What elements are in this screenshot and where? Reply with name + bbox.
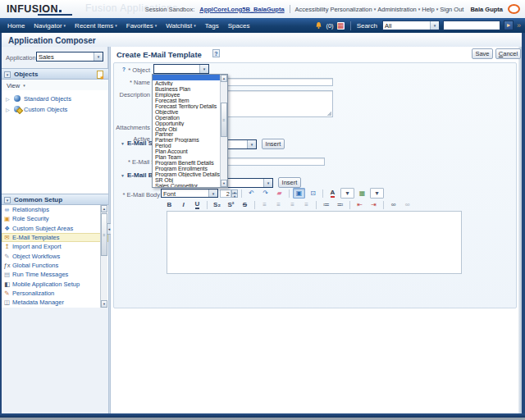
object-select[interactable]: ▾: [153, 64, 209, 74]
align-center-icon[interactable]: ≡: [272, 199, 285, 210]
dropdown-option[interactable]: Partner Programs: [153, 137, 220, 143]
objects-panel-header[interactable]: ▾ Objects: [2, 68, 108, 80]
header-link-sign-out[interactable]: Sign Out: [440, 6, 463, 13]
italic-icon[interactable]: I: [177, 199, 189, 210]
notification-count[interactable]: (0): [326, 22, 333, 30]
view-menu-button[interactable]: View ▾: [7, 82, 25, 89]
bullet-list-icon[interactable]: ≔: [320, 199, 332, 210]
tree-expand-icon[interactable]: ▷: [6, 96, 10, 102]
tree-item-label[interactable]: Standard Objects: [24, 95, 71, 103]
scrollbar-thumb[interactable]: [101, 213, 107, 256]
strikethrough-icon[interactable]: S: [239, 199, 251, 210]
highlight-color-dropdown[interactable]: ▾: [370, 188, 384, 199]
sidebar-item-personalization[interactable]: ✎Personalization: [2, 289, 108, 298]
nav-item-navigator[interactable]: Navigator▾: [34, 22, 66, 30]
sidebar-scrollbar[interactable]: ▲ ▼: [100, 205, 107, 308]
dropdown-option[interactable]: Operation: [153, 115, 220, 121]
numbered-list-icon[interactable]: ≕: [334, 199, 346, 210]
subscript-icon[interactable]: S₂: [211, 199, 223, 210]
chevron-down-icon[interactable]: ▾: [199, 65, 208, 73]
header-link-help[interactable]: Help▾: [422, 6, 438, 13]
dropdown-option[interactable]: Opportunity: [153, 121, 220, 126]
dropdown-option[interactable]: Plan Team: [153, 154, 220, 160]
superscript-icon[interactable]: S²: [225, 199, 237, 210]
justify-icon[interactable]: ≡: [300, 199, 313, 210]
email-body-editor[interactable]: [167, 211, 462, 274]
scroll-up-icon[interactable]: ▲: [101, 205, 107, 212]
eraser-icon[interactable]: ▰: [273, 188, 285, 199]
align-right-icon[interactable]: ≡: [286, 199, 299, 210]
search-go-button[interactable]: ▸: [504, 21, 514, 30]
header-link-administration[interactable]: Administration▾: [377, 6, 420, 13]
section-expand-icon[interactable]: ▼: [121, 141, 125, 146]
sidebar-item-custom-subject-areas[interactable]: ❖Custom Subject Areas: [2, 224, 108, 233]
font-size-stepper[interactable]: 2 ▲▼: [220, 189, 238, 198]
subject-insert-button[interactable]: Insert: [262, 139, 285, 149]
chevron-down-icon[interactable]: ▾: [430, 21, 439, 30]
tree-item-label[interactable]: Custom Objects: [24, 106, 67, 113]
search-scope-select[interactable]: All ▾: [382, 21, 440, 30]
dropdown-option[interactable]: Partner: [153, 131, 220, 137]
scroll-down-icon[interactable]: ▼: [221, 180, 227, 187]
sidebar-item-import-and-export[interactable]: ↥Import and Export: [2, 242, 108, 251]
dropdown-option[interactable]: Program Benefit Details: [153, 160, 220, 166]
bold-icon[interactable]: B: [163, 199, 176, 210]
nav-item-favorites[interactable]: Favorites▾: [126, 22, 157, 30]
common-setup-panel-header[interactable]: ▾ Common Setup: [2, 194, 108, 205]
chevron-down-icon[interactable]: ▾: [94, 52, 103, 61]
unlink-icon[interactable]: ∞: [401, 199, 413, 210]
sidebar-item-global-functions[interactable]: ƒxGlobal Functions: [2, 261, 108, 270]
new-object-icon[interactable]: [97, 71, 103, 79]
dropdown-option[interactable]: Employee: [153, 92, 220, 98]
advanced-search-icon[interactable]: »: [517, 21, 521, 30]
tree-item-standard-objects[interactable]: ▷ Standard Objects: [2, 94, 108, 104]
dropdown-option-blank-selected[interactable]: [153, 75, 220, 80]
resize-grip-icon[interactable]: [326, 111, 331, 116]
nav-item-tags[interactable]: Tags: [205, 22, 219, 30]
scroll-up-icon[interactable]: ▲: [221, 75, 227, 82]
nav-item-home[interactable]: Home: [7, 22, 25, 30]
help-icon[interactable]: ?: [212, 49, 220, 57]
chevron-down-icon[interactable]: ▾: [263, 179, 272, 187]
collapse-icon[interactable]: ▾: [4, 71, 11, 78]
nav-item-watchlist[interactable]: Watchlist▾: [166, 22, 196, 30]
dropdown-option[interactable]: Business Plan: [153, 86, 220, 92]
dropdown-option[interactable]: Sales Competitor: [153, 183, 220, 187]
nav-item-spaces[interactable]: Spaces: [228, 22, 250, 30]
tree-item-custom-objects[interactable]: ▷ Custom Objects: [2, 104, 108, 115]
dropdown-option[interactable]: Program Enrollments: [153, 166, 220, 171]
application-select[interactable]: Sales ▾: [36, 52, 103, 62]
search-input[interactable]: [443, 21, 500, 30]
cancel-button[interactable]: Cancel: [495, 48, 521, 59]
chevron-down-icon[interactable]: ▾: [208, 189, 217, 197]
dropdown-option[interactable]: Objective: [153, 109, 220, 115]
section-expand-icon[interactable]: ▼: [121, 173, 125, 178]
rich-text-mode-icon[interactable]: ▣: [293, 188, 305, 199]
tree-expand-icon[interactable]: ▷: [6, 107, 10, 112]
dropdown-scrollbar[interactable]: ▲ ▼: [220, 75, 227, 187]
calendar-icon[interactable]: ▦: [337, 22, 345, 30]
sidebar-item-e-mail-templates[interactable]: ✉E-Mail Templates: [2, 233, 108, 242]
session-sandbox-link[interactable]: ApplCoreLong5B_BalaGupta: [199, 6, 284, 13]
dropdown-option[interactable]: Plan Account: [153, 148, 220, 154]
underline-icon[interactable]: U: [191, 199, 203, 210]
link-icon[interactable]: ∞: [387, 199, 399, 210]
save-button[interactable]: Save: [472, 48, 493, 59]
indent-icon[interactable]: ⇥: [368, 199, 380, 210]
scroll-down-icon[interactable]: ▼: [101, 300, 107, 308]
sidebar-item-metadata-manager[interactable]: ◫Metadata Manager: [2, 298, 108, 307]
notifications-bell-icon[interactable]: [315, 21, 322, 30]
source-mode-icon[interactable]: ⊡: [307, 188, 319, 199]
sidebar-item-role-security[interactable]: ▣Role Security: [2, 214, 108, 223]
dropdown-option[interactable]: Forecast Territory Details: [153, 103, 220, 109]
outdent-icon[interactable]: ⇤: [354, 199, 366, 210]
sidebar-item-run-time-messages[interactable]: ▤Run Time Messages: [2, 270, 108, 279]
sidebar-item-mobile-application-setup[interactable]: ◧Mobile Application Setup: [2, 279, 108, 288]
dropdown-option[interactable]: Forecast Item: [153, 98, 220, 103]
dropdown-option[interactable]: SR Obj: [153, 177, 220, 183]
font-select[interactable]: Font ▾: [161, 189, 218, 198]
scrollbar-thumb[interactable]: [221, 103, 227, 137]
dropdown-option[interactable]: Opty Obj: [153, 126, 220, 132]
sidebar-item-object-workflows[interactable]: ✎Object Workflows: [2, 251, 108, 260]
nav-item-recent-items[interactable]: Recent Items▾: [75, 22, 117, 30]
